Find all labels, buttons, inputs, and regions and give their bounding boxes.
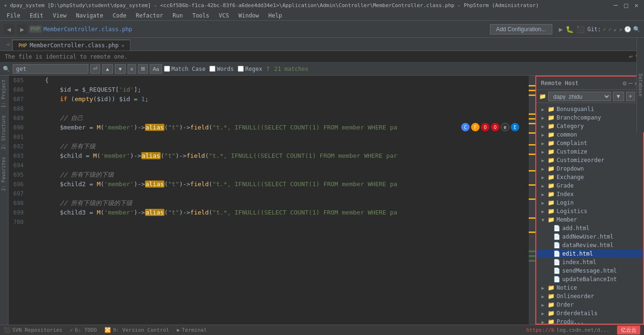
tree-item-updatebalanceint[interactable]: 📄 updateBalanceInt [536,275,643,283]
tree-item-index[interactable]: ▶ 📁 Index [536,190,643,198]
menu-file[interactable]: File [3,11,24,20]
scroll-marker-14 [529,232,535,233]
search-everywhere-btn[interactable]: 🔍 [633,26,640,33]
enter-btn[interactable]: ⏎ [90,64,100,74]
tree-item-branchcompany[interactable]: ▶ 📁 Branchcompany [536,113,643,122]
host-expand-btn[interactable]: ▼ [613,92,624,101]
words-checkbox[interactable] [209,66,215,72]
menu-edit[interactable]: Edit [26,11,47,20]
code-line-698: 698 // 所有下级的下级的下级 [9,198,529,208]
status-svn[interactable]: ⬛ SVN Repositories [4,327,62,333]
regex-checkbox[interactable] [238,66,244,72]
git-push[interactable]: ↗ [619,26,622,33]
git-history[interactable]: 🕐 [624,26,631,33]
status-version-control[interactable]: 🔀 9: Version Control [104,327,169,333]
git-update[interactable]: ↙ [614,26,617,33]
close-btn[interactable]: ✕ [633,1,640,9]
match-case-label[interactable]: Match Case [164,66,206,72]
regex-search-btn[interactable]: Aa [150,64,162,74]
folder-icon-index: 📁 [548,191,555,198]
panel-minimize-icon[interactable]: ─ [628,79,632,87]
tree-label-index-html: index.html [562,259,596,266]
code-line-694: 694 [9,161,529,170]
file-tree[interactable]: ▶ 📁 Bonusguanli ▶ 📁 Branchcompany ▶ 📁 Ca… [536,103,643,324]
yiyun-btn[interactable]: 亿云云 [617,326,640,335]
find-word-btn[interactable]: ≡ [128,64,136,74]
tree-label-grade: Grade [557,182,574,189]
menu-tools[interactable]: Tools [189,11,213,20]
status-terminal[interactable]: ▶ Terminal [177,327,207,333]
maximize-btn[interactable]: □ [622,1,630,9]
tree-item-category[interactable]: ▶ 📁 Category [536,122,643,130]
tab-close-btn[interactable]: ✕ [121,43,124,48]
menu-code[interactable]: Code [109,11,130,20]
tree-item-datareview-html[interactable]: 📄 dataReview.html [536,241,643,249]
scroll-marker-3 [529,94,535,96]
tree-item-onlineorder[interactable]: ▶ 📁 Onlineorder [536,292,643,301]
undo-btn[interactable]: ↩ [629,53,633,60]
tab-membercontroller[interactable]: PHP MemberController.class.php ✕ [12,40,130,51]
menu-help[interactable]: Help [265,11,286,20]
tab-bar: ◁ PHP MemberController.class.php ✕ [0,38,644,51]
sidebar-item-project[interactable]: 1: Project [0,76,8,112]
tree-item-add-html[interactable]: 📄 add.html [536,224,643,232]
regex-label[interactable]: Regex [238,66,262,72]
tree-item-order[interactable]: ▶ 📁 Order [536,301,643,309]
tree-item-member[interactable]: ▼ 📁 Member [536,215,643,224]
tree-item-dropdown[interactable]: ▶ 📁 Dropdown [536,164,643,173]
next-match-btn[interactable]: ▼ [115,64,126,74]
menu-navigate[interactable]: Navigate [72,11,107,20]
panel-settings-icon[interactable]: ⚙ [623,79,627,87]
minimize-btn[interactable]: ─ [612,1,619,9]
tree-item-complaint[interactable]: ▶ 📁 Complaint [536,139,643,147]
csdn-link[interactable]: https://blog.csdn.net/d... [526,327,610,333]
search-input[interactable] [16,66,63,72]
tree-item-common[interactable]: ▶ 📁 common [536,130,643,139]
scroll-marker-12 [529,198,535,200]
sidebar-item-structure[interactable]: 2: Structure [0,112,8,153]
tree-item-customize[interactable]: ▶ 📁 Customize [536,147,643,156]
tree-item-orderdetails[interactable]: ▶ 📁 Orderdetails [536,309,643,318]
host-add-btn[interactable]: + [626,92,635,101]
debug-btn[interactable]: 🐛 [566,26,574,33]
tree-item-produ[interactable]: ▶ 📁 Produ... [536,318,643,324]
menu-vcs[interactable]: VCS [215,11,233,20]
match-case-checkbox[interactable] [164,66,170,72]
words-label[interactable]: Words [209,66,234,72]
tree-item-addnewuser-html[interactable]: 📄 addNewUser.html [536,232,643,241]
tree-item-grade[interactable]: ▶ 📁 Grade [536,181,643,190]
add-config-btn[interactable]: Add Configuration... [490,24,552,34]
tree-item-exchange[interactable]: ▶ 📁 Exchange [536,173,643,181]
tree-item-bonusguanli[interactable]: ▶ 📁 Bonusguanli [536,105,643,113]
prev-match-btn[interactable]: ▲ [102,64,113,74]
menu-refactor[interactable]: Refactor [132,11,167,20]
coverage-btn[interactable]: ⬛ [576,26,584,33]
filter-results-btn[interactable]: ⊞ [138,64,148,74]
firefox-icon: F [471,123,480,131]
menu-window[interactable]: Window [235,11,263,20]
html-icon-addnewuser: 📄 [553,233,560,240]
tree-item-login[interactable]: ▶ 📁 Login [536,198,643,207]
tree-item-sendmessage-html[interactable]: 📄 sendMessage.html [536,266,643,275]
tree-item-notice[interactable]: ▶ 📁 Notice [536,283,643,292]
browser-icons: C F O O e E [461,123,519,131]
tree-item-customizeorder[interactable]: ▶ 📁 Customizeorder [536,156,643,164]
folder-icon-complaint: 📁 [548,140,555,146]
folder-icon-order: 📁 [548,301,555,308]
host-select[interactable]: dapy_zhidu [548,92,611,101]
status-todo[interactable]: ✓ 6: TODO [70,327,97,333]
run-btn[interactable]: ▶ [559,26,563,33]
forward-btn[interactable]: ▶ [17,24,27,34]
sidebar-toggle[interactable]: ◁ [4,38,12,51]
back-btn[interactable]: ◀ [4,24,14,34]
menu-run[interactable]: Run [169,11,187,20]
sidebar-item-favorites[interactable]: 2: Favorites [0,153,8,195]
menu-view[interactable]: View [49,11,70,20]
tree-label-notice: Notice [557,284,577,291]
database-side-label[interactable]: Database [636,38,644,132]
tree-item-edit-html[interactable]: 📄 edit.html [536,249,643,258]
code-editor[interactable]: 685 { 686 $id = $_REQUEST['id']; 687 if … [9,76,529,325]
tree-item-logistics[interactable]: ▶ 📁 Logistics [536,207,643,215]
code-scrollbar[interactable] [529,76,535,325]
tree-item-index-html[interactable]: 📄 index.html [536,258,643,266]
